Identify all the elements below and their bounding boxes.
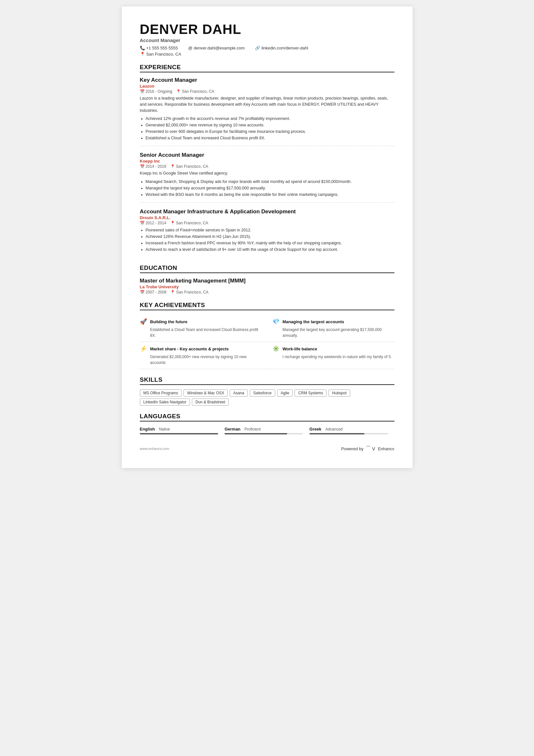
language-item: German Proficient — [224, 426, 310, 434]
achievement-header: 🚀 Building the future — [140, 318, 262, 325]
location-icon: 📍 — [140, 52, 145, 57]
education-section-title: EDUCATION — [140, 264, 394, 273]
achievement-desc: Generated $2,000,000+ new revenue by sig… — [140, 354, 262, 365]
bullet-item: Increased a French fashion brand PPC rev… — [146, 240, 394, 246]
exp-description: Koepp Inc is Google Street View certifie… — [140, 170, 394, 176]
languages-list: English Native German Proficient Greek A… — [140, 426, 394, 434]
exp-meta: 📅 2012 - 2014 📍 San Francisco, CA — [140, 221, 394, 225]
footer-brand: Powered by ⌒∨ Enhancv — [341, 445, 394, 452]
calendar-icon: 📅 — [140, 290, 145, 294]
language-bar-fill — [310, 433, 365, 434]
linkedin-contact: 🔗 linkedin.com/denver-dahl — [255, 45, 308, 50]
achievement-header: ✳️ Work-life balance — [272, 345, 394, 352]
exp-dates: 📅 2014 - 2016 — [140, 164, 166, 169]
language-bar-bg — [140, 433, 218, 434]
brand-name: Enhancv — [378, 446, 394, 451]
achievement-header: 💎 Managing the largest accounts — [272, 318, 394, 325]
language-item: Greek Advanced — [310, 426, 394, 434]
bullet-item: Managed the largest key account generati… — [146, 185, 394, 191]
language-level: Advanced — [325, 427, 343, 431]
bullet-item: Managed Search, Shopping & Display ads f… — [146, 178, 394, 185]
achievement-desc: I recharge spending my weekends in natur… — [272, 354, 394, 360]
email-contact: @ denver.dahl@example.com — [188, 45, 244, 50]
link-icon: 🔗 — [255, 45, 260, 50]
edu-degree: Master of Marketing Management [MMM] — [140, 278, 394, 284]
achievements-section-title: KEY ACHIEVEMENTS — [140, 302, 394, 310]
company-name: Drouin S.A.R.L. — [140, 215, 394, 220]
calendar-icon: 📅 — [140, 164, 145, 169]
language-bar-bg — [224, 433, 303, 434]
job-title: Account Manager Infrastructure & Applica… — [140, 208, 394, 215]
company-name: Lauzon — [140, 84, 394, 89]
languages-section-title: LANGUAGES — [140, 413, 394, 421]
language-bar-fill — [140, 433, 218, 434]
email-value: denver.dahl@example.com — [194, 45, 245, 50]
experience-item: Senior Account Manager Koepp Inc 📅 2014 … — [140, 152, 394, 202]
experience-section-title: EXPERIENCE — [140, 64, 394, 72]
powered-by-label: Powered by — [341, 446, 364, 451]
skill-badge: Hubspot — [329, 390, 350, 396]
achievement-title: Managing the largest accounts — [283, 319, 344, 324]
language-item: English Native — [140, 426, 225, 434]
achievements-grid: 🚀 Building the future Established a Clou… — [140, 315, 394, 369]
linkedin-value: linkedin.com/denver-dahl — [261, 45, 308, 50]
language-name: English — [140, 427, 155, 431]
header: DENVER DAHL Account Manager 📞 +1 555 555… — [140, 22, 394, 57]
exp-bullets: Achieved 12% growth in the account's rev… — [146, 115, 394, 141]
location-pin-icon: 📍 — [176, 89, 181, 94]
phone-value: +1 555 555 5555 — [146, 45, 178, 50]
achievement-title: Work-life balance — [283, 346, 317, 351]
achievement-desc: Established a Cloud Team and increased C… — [140, 327, 262, 338]
experience-section: EXPERIENCE Key Account Manager Lauzon 📅 … — [140, 64, 394, 257]
skill-badge: Agile — [277, 390, 293, 396]
education-list: Master of Marketing Management [MMM] La … — [140, 278, 394, 294]
exp-bullets: Pioneered sales of Fixed+mobile services… — [146, 227, 394, 253]
achievement-item: 💎 Managing the largest accounts Managed … — [267, 315, 394, 342]
achievement-header: ⚡ Market share - Key accounts & projects — [140, 345, 262, 352]
skills-section: SKILLS MS Office ProgramsWindows & Mac O… — [140, 376, 394, 406]
exp-location: 📍 San Francisco, CA — [170, 164, 208, 169]
skill-badge: Windows & Mac OSX — [184, 390, 228, 396]
calendar-icon: 📅 — [140, 221, 145, 225]
achievement-desc: Managed the largest key account generati… — [272, 327, 394, 338]
resume-page: DENVER DAHL Account Manager 📞 +1 555 555… — [122, 7, 413, 468]
achievement-item: 🚀 Building the future Established a Clou… — [140, 315, 267, 342]
bullet-item: Generated $2,000,000+ new revenue by sig… — [146, 122, 394, 128]
exp-meta: 📅 2016 - Ongoing 📍 San Francisco, CA — [140, 89, 394, 94]
achievements-section: KEY ACHIEVEMENTS 🚀 Building the future E… — [140, 302, 394, 369]
bullet-item: Established a Cloud Team and increased C… — [146, 135, 394, 141]
edu-school: La Trobe University — [140, 284, 394, 289]
phone-contact: 📞 +1 555 555 5555 — [140, 45, 178, 50]
job-title: Senior Account Manager — [140, 152, 394, 158]
language-name: German — [224, 427, 240, 431]
exp-description: Lauzon is a leading worldwide manufactur… — [140, 95, 394, 114]
language-bar-bg — [310, 433, 388, 434]
bullet-item: Achieved to reach a level of satisfactio… — [146, 246, 394, 253]
exp-location: 📍 San Francisco, CA — [176, 89, 214, 94]
education-section: EDUCATION Master of Marketing Management… — [140, 264, 394, 294]
exp-location: 📍 San Francisco, CA — [170, 221, 208, 225]
candidate-name: DENVER DAHL — [140, 22, 394, 37]
exp-dates: 📅 2016 - Ongoing — [140, 89, 172, 94]
skill-badge: Asana — [230, 390, 248, 396]
languages-section: LANGUAGES English Native German Proficie… — [140, 413, 394, 434]
achievement-item: ⚡ Market share - Key accounts & projects… — [140, 342, 267, 369]
exp-bullets: Managed Search, Shopping & Display ads f… — [146, 178, 394, 198]
achievement-icon: 🚀 — [140, 318, 148, 325]
edu-dates: 📅 2007 - 2008 — [140, 290, 166, 294]
skill-badge: MS Office Programs — [140, 390, 182, 396]
company-name: Koepp Inc — [140, 159, 394, 164]
exp-dates: 📅 2012 - 2014 — [140, 221, 166, 225]
edu-meta: 📅 2007 - 2008 📍 San Francisco, CA — [140, 290, 394, 294]
experience-item: Key Account Manager Lauzon 📅 2016 - Ongo… — [140, 77, 394, 146]
skill-badge: Salesforce — [250, 390, 275, 396]
bullet-item: Worked with the BSO team for 6 months as… — [146, 191, 394, 198]
achievement-icon: ⚡ — [140, 345, 148, 352]
bullet-item: Presented to over 600 delegates in Europ… — [146, 128, 394, 135]
footer-website: www.enhancv.com — [140, 447, 169, 450]
location-row: 📍 San Francisco, CA — [140, 52, 394, 57]
language-name: Greek — [310, 427, 321, 431]
location-pin-icon: 📍 — [170, 164, 175, 169]
education-item: Master of Marketing Management [MMM] La … — [140, 278, 394, 294]
location-pin-icon: 📍 — [170, 290, 175, 294]
